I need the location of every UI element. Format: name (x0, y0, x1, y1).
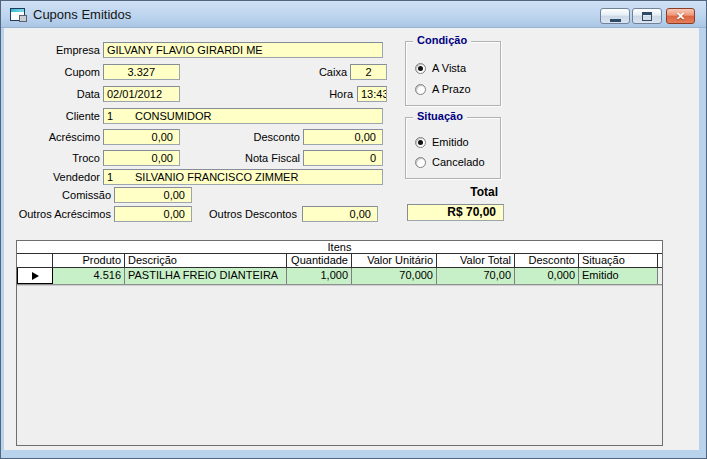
maximize-icon (642, 12, 652, 21)
cell-desconto[interactable]: 0,000 (515, 268, 579, 284)
col-header-produto: Produto (53, 254, 125, 267)
outros-descontos-label: Outros Descontos (200, 208, 297, 221)
current-row-arrow-icon (32, 272, 39, 280)
cell-valor-unitario[interactable]: 70,000 (352, 268, 437, 284)
cell-valor-total[interactable]: 70,00 (437, 268, 515, 284)
radio-cancelado[interactable]: Cancelado (415, 156, 485, 168)
caixa-field[interactable]: 2 (350, 64, 387, 80)
situacao-group: Situação Emitido Cancelado (405, 117, 501, 179)
close-button[interactable]: ✕ (666, 8, 695, 24)
table-row[interactable]: 4.516 PASTILHA FREIO DIANTEIRA 1,000 70,… (17, 268, 662, 284)
cell-situacao[interactable]: Emitido (579, 268, 658, 284)
cupom-label: Cupom (4, 66, 100, 79)
cell-descricao[interactable]: PASTILHA FREIO DIANTEIRA (125, 268, 287, 284)
cell-produto[interactable]: 4.516 (53, 268, 125, 284)
desconto-field[interactable]: 0,00 (303, 129, 383, 145)
nota-fiscal-label: Nota Fiscal (200, 152, 300, 165)
situacao-group-title: Situação (413, 110, 467, 122)
outros-acrescimos-label: Outros Acréscimos (4, 208, 111, 221)
condicao-group-title: Condição (413, 34, 471, 46)
radio-icon (415, 63, 426, 74)
col-header-quantidade: Quantidade (287, 254, 352, 267)
radio-a-prazo[interactable]: A Prazo (415, 83, 471, 95)
radio-emitido[interactable]: Emitido (415, 136, 469, 148)
outros-acrescimos-field[interactable]: 0,00 (114, 206, 192, 222)
minimize-button[interactable] (600, 8, 630, 24)
condicao-group: Condição A Vista A Prazo (405, 41, 501, 106)
total-label: Total (405, 185, 498, 199)
app-window: Cupons Emitidos ✕ Empresa GILVANY FLAVIO… (0, 0, 707, 459)
itens-band-header: Itens (17, 241, 662, 254)
cell-quantidade[interactable]: 1,000 (287, 268, 352, 284)
troco-field[interactable]: 0,00 (103, 150, 180, 166)
empresa-field[interactable]: GILVANY FLAVIO GIRARDI ME (103, 42, 383, 58)
form-client-area: Empresa GILVANY FLAVIO GIRARDI ME Cupom … (4, 28, 699, 450)
itens-grid-panel: Itens Produto Descrição Quantidade Valor… (16, 240, 663, 446)
col-header-situacao: Situação (579, 254, 658, 267)
window-title: Cupons Emitidos (33, 1, 131, 28)
hora-field[interactable]: 13:43 (357, 86, 387, 102)
col-header-valor-total: Valor Total (437, 254, 515, 267)
col-header-descricao: Descrição (125, 254, 287, 267)
cliente-label: Cliente (4, 110, 100, 123)
form-icon (10, 8, 25, 21)
vendedor-label: Vendedor (4, 171, 100, 184)
row-selector-cell[interactable] (17, 268, 53, 284)
caixa-label: Caixa (248, 66, 347, 79)
comissao-label: Comissão (4, 189, 111, 202)
data-field[interactable]: 02/01/2012 (103, 86, 180, 102)
row-selector-header (17, 254, 53, 267)
cupom-field[interactable]: 3.327 (103, 64, 180, 80)
data-label: Data (4, 88, 100, 101)
radio-a-vista[interactable]: A Vista (415, 62, 466, 74)
radio-icon (415, 157, 426, 168)
empresa-label: Empresa (4, 44, 100, 57)
vendedor-field[interactable]: 1SILVANIO FRANCISCO ZIMMER (103, 169, 383, 185)
acrescimo-field[interactable]: 0,00 (103, 129, 180, 145)
total-field: R$ 70,00 (407, 204, 504, 221)
close-icon: ✕ (676, 11, 685, 22)
col-header-valor-unitario: Valor Unitário (352, 254, 437, 267)
troco-label: Troco (4, 152, 100, 165)
col-header-desconto: Desconto (515, 254, 579, 267)
comissao-field[interactable]: 0,00 (114, 187, 192, 203)
minimize-icon (610, 19, 621, 22)
itens-column-headers: Produto Descrição Quantidade Valor Unitá… (17, 254, 662, 268)
acrescimo-label: Acréscimo (4, 131, 100, 144)
nota-fiscal-field[interactable]: 0 (303, 150, 383, 166)
radio-icon (415, 137, 426, 148)
desconto-label: Desconto (200, 131, 300, 144)
outros-descontos-field[interactable]: 0,00 (302, 206, 378, 222)
hora-label: Hora (254, 88, 353, 101)
radio-icon (415, 84, 426, 95)
maximize-button[interactable] (632, 8, 662, 24)
cliente-field[interactable]: 1CONSUMIDOR (103, 108, 383, 124)
